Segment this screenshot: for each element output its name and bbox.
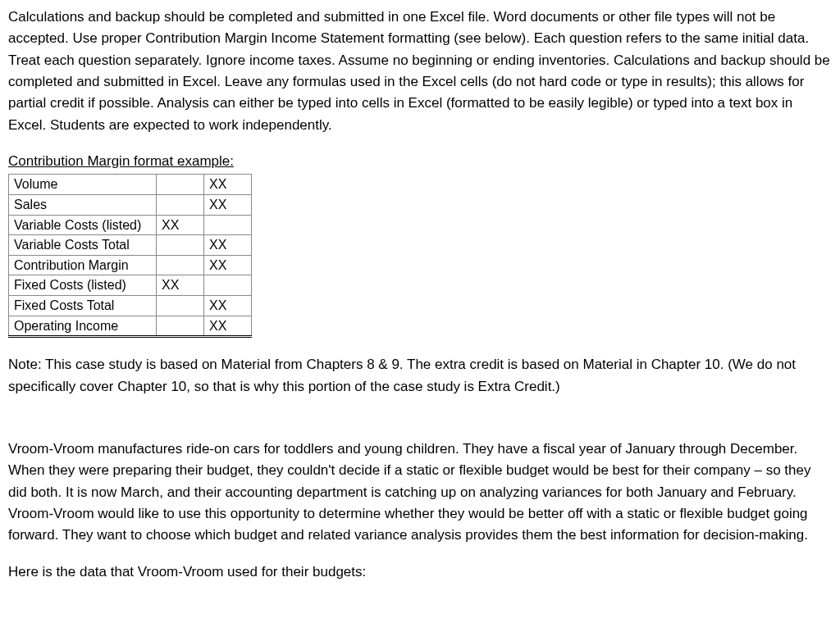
cm-row-label: Variable Costs (listed) <box>9 215 157 235</box>
cm-row-col2: XX <box>204 195 252 216</box>
cm-row-col1 <box>157 235 204 256</box>
cm-row-col2 <box>204 215 252 235</box>
cm-row-col2: XX <box>204 316 252 337</box>
cm-row-col1: XX <box>157 275 204 296</box>
cm-row-col1 <box>157 175 204 195</box>
cm-row-col1 <box>157 195 204 216</box>
cm-row-label: Volume <box>9 175 157 195</box>
cm-row-col2: XX <box>204 175 252 195</box>
table-row: Volume XX <box>9 175 252 195</box>
table-row: Variable Costs Total XX <box>9 235 252 256</box>
cm-format-table: Volume XX Sales XX Variable Costs (liste… <box>8 174 252 338</box>
table-row: Sales XX <box>9 195 252 216</box>
note-paragraph: Note: This case study is based on Materi… <box>8 354 832 398</box>
cm-row-label: Fixed Costs (listed) <box>9 275 157 296</box>
table-row: Fixed Costs (listed) XX <box>9 275 252 296</box>
cm-row-col2: XX <box>204 255 252 275</box>
cm-row-col2: XX <box>204 235 252 256</box>
cm-row-col2: XX <box>204 295 252 316</box>
cm-row-col1 <box>157 295 204 316</box>
cm-row-label: Sales <box>9 195 157 216</box>
cm-row-col1: XX <box>157 215 204 235</box>
data-intro-text: Here is the data that Vroom-Vroom used f… <box>8 561 832 583</box>
intro-paragraph: Calculations and backup should be comple… <box>8 7 832 136</box>
cm-row-col2 <box>204 275 252 296</box>
cm-row-col1 <box>157 316 204 337</box>
table-row: Variable Costs (listed) XX <box>9 215 252 235</box>
format-example-header: Contribution Margin format example: <box>8 151 832 172</box>
table-row: Fixed Costs Total XX <box>9 295 252 316</box>
cm-row-label: Operating Income <box>9 316 157 337</box>
cm-row-col1 <box>157 255 204 275</box>
scenario-paragraph: Vroom-Vroom manufactures ride-on cars fo… <box>8 439 832 547</box>
table-row: Contribution Margin XX <box>9 255 252 275</box>
cm-row-label: Variable Costs Total <box>9 235 157 256</box>
cm-row-label: Contribution Margin <box>9 255 157 275</box>
cm-row-label: Fixed Costs Total <box>9 295 157 316</box>
table-row: Operating Income XX <box>9 316 252 337</box>
